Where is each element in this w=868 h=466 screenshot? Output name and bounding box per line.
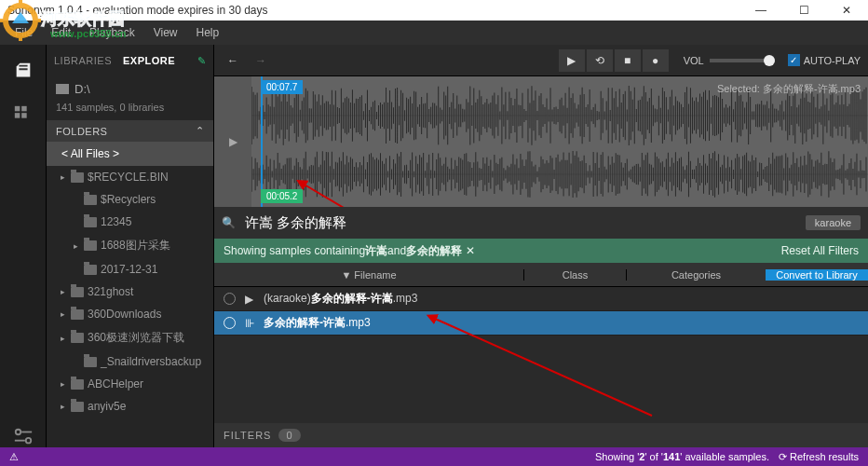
clear-filter-icon[interactable]: ✕ [466,244,475,257]
warning-icon[interactable]: ⚠ [9,451,19,463]
filter-info-bar: Showing samples containing 许嵩 and 多余的解释 … [214,239,868,263]
statusbar: ⚠ Showing '2' of '141' available samples… [0,447,868,466]
folder-icon [56,84,69,94]
menu-edit[interactable]: Edit [44,26,78,39]
loop-button[interactable]: ⟲ [587,49,613,72]
nav-back-button[interactable]: ← [222,49,244,72]
tab-explore[interactable]: EXPLORE [123,55,175,66]
col-class[interactable]: Class [523,269,626,281]
folder-item[interactable]: ▸360Downloads [47,303,213,325]
drive-label: D:\ [75,82,90,96]
folder-item[interactable]: ▸360极速浏览器下载 [47,325,213,350]
svg-line-17 [433,318,652,416]
left-icon-strip [0,45,47,447]
search-tag[interactable]: karaoke [806,215,861,230]
nav-forward-button[interactable]: → [250,49,272,72]
folder-item[interactable]: 2017-12-31 [47,258,213,281]
folder-item[interactable]: ▸anyiv5e [47,395,213,418]
grid-icon[interactable] [13,104,34,125]
menu-file[interactable]: File [7,26,40,39]
window-title: Sononym 1.0.4 - evaluation mode expires … [7,4,739,17]
svg-rect-5 [14,106,20,112]
chevron-up-icon: ⌃ [196,125,205,137]
filters-footer[interactable]: FILTERS 0 [214,423,868,447]
time-marker-top[interactable]: 00:07.7 [261,80,303,94]
svg-point-11 [25,438,31,444]
sidebar: LIBRARIES EXPLORE ✎ D:\ 141 samples, 0 l… [47,45,214,447]
menu-playback[interactable]: Playback [82,26,142,39]
close-button[interactable]: ✕ [825,0,868,21]
minimize-button[interactable]: — [739,0,782,21]
folder-item[interactable]: 12345 [47,211,213,233]
svg-rect-7 [14,113,20,118]
drive-info: 141 samples, 0 libraries [47,102,213,120]
search-row: 🔍 许嵩 多余的解释 karaoke [214,207,868,239]
selected-sample-label: Selected: 多余的解释-许嵩.mp3 [717,82,861,96]
result-row[interactable]: ▶(karaoke)多余的解释-许嵩.mp3 [214,287,868,311]
status-message: Showing '2' of '141' available samples. [595,451,769,462]
window-titlebar: Sononym 1.0.4 - evaluation mode expires … [0,0,868,21]
column-headers: ▼ Filename Class Categories Convert to L… [214,263,868,287]
folder-item[interactable]: ▸321ghost [47,281,213,303]
autoplay-label: AUTO-PLAY [804,55,861,66]
settings-icon[interactable] [13,427,34,447]
top-toolbar: ← → ▶ ⟲ ■ ● VOL ✓ AUTO-PLAY [214,45,868,76]
results-list: ▶(karaoke)多余的解释-许嵩.mp3⊪多余的解释-许嵩.mp3 [214,287,868,423]
waveform-side-handle[interactable]: ▶ [214,76,251,207]
refresh-icon: ⟳ [779,451,787,462]
menu-view[interactable]: View [146,26,185,39]
search-input[interactable]: 许嵩 多余的解释 [245,214,346,232]
annotation-arrow-icon [428,313,652,425]
filters-count-badge: 0 [278,429,300,442]
col-filename[interactable]: ▼ Filename [214,269,523,281]
menu-help[interactable]: Help [189,26,227,39]
record-button[interactable]: ● [643,49,669,72]
waveform-area[interactable]: ▶ 00:07.7 00:05.2 Selected: 多余的解释-许嵩.mp3 [214,76,868,207]
drive-row[interactable]: D:\ [47,76,213,102]
reset-filters-button[interactable]: Reset All Filters [781,244,859,257]
folders-header[interactable]: FOLDERS ⌃ [47,120,213,142]
annotation-arrow-icon [298,179,484,207]
svg-line-16 [303,184,484,207]
stop-button[interactable]: ■ [615,49,641,72]
folder-item[interactable]: ▸ABCHelper [47,373,213,395]
folder-tree: ▸$RECYCLE.BIN$Recyclers12345▸1688图片采集201… [47,166,213,447]
vol-label: VOL [684,55,704,66]
svg-rect-8 [21,113,27,118]
content-area: ← → ▶ ⟲ ■ ● VOL ✓ AUTO-PLAY ▶ [214,45,868,447]
refresh-results-button[interactable]: ⟳ Refresh results [779,451,859,463]
volume-slider[interactable] [710,59,775,62]
tab-libraries[interactable]: LIBRARIES [54,55,112,66]
svg-point-9 [15,430,20,435]
convert-to-library-button[interactable]: Convert to Library [766,269,868,281]
search-icon[interactable]: 🔍 [222,216,236,229]
folder-item[interactable]: ▸$RECYCLE.BIN [47,166,213,188]
col-categories[interactable]: Categories [626,269,766,281]
menubar: File Edit Playback View Help [0,21,868,45]
svg-rect-6 [21,106,27,112]
folder-item[interactable]: ▸1688图片采集 [47,233,213,258]
folder-item[interactable]: $Recyclers [47,188,213,211]
time-marker-bottom[interactable]: 00:05.2 [261,189,303,203]
all-files-item[interactable]: < All Files > [47,142,213,166]
library-icon[interactable] [13,62,34,82]
autoplay-checkbox[interactable]: ✓ [788,54,800,66]
wand-icon[interactable]: ✎ [197,55,207,67]
play-button[interactable]: ▶ [559,49,585,72]
folder-item[interactable]: _Snaildriversbackup [47,350,213,373]
maximize-button[interactable]: ☐ [782,0,825,21]
